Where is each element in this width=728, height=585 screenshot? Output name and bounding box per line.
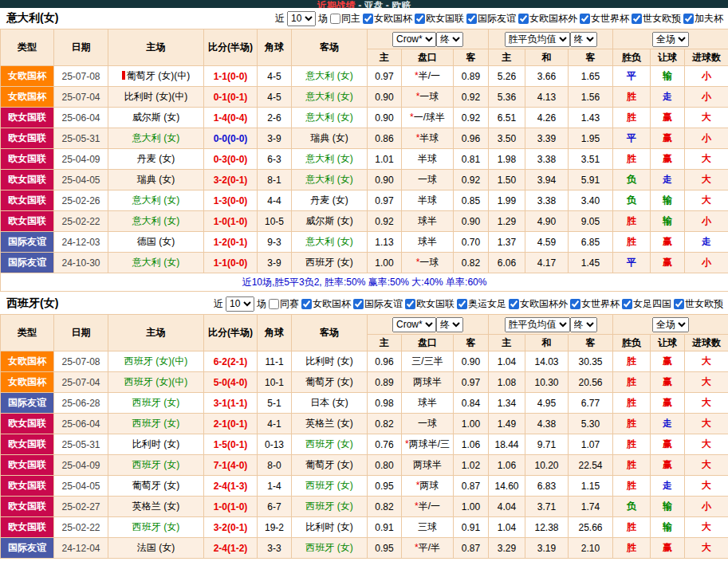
match-row: 女欧国杯25-07-08西班牙 (女)(中)6-2(2-1)11-1比利时 (女… [1, 351, 728, 372]
result-handicap: 输 [651, 497, 685, 517]
handicap: *两球 [402, 476, 454, 497]
competition-filter[interactable]: 世女欧预 [632, 12, 681, 26]
competition-filter-input[interactable] [518, 14, 529, 24]
col-header-type: 类型 [1, 315, 54, 351]
final-odds-select[interactable]: 终 [436, 32, 463, 47]
same-competition-checkbox-input[interactable] [269, 299, 279, 309]
competition-filter-input[interactable] [466, 14, 477, 24]
competition-badge: 欧女国联 [1, 108, 54, 128]
competition-filter-input[interactable] [415, 14, 425, 24]
bookmaker-select[interactable]: Crow* [392, 32, 436, 47]
competition-filter[interactable]: 女足四国 [622, 297, 671, 311]
match-row: 欧女国联25-02-22意大利 (女)1-0(1-0)10-5威尔斯 (女)0.… [1, 211, 728, 232]
avg-home: 1.50 [489, 170, 525, 190]
competition-filter-input[interactable] [509, 299, 519, 309]
odds-away: 0.90 [454, 211, 489, 232]
final-avg-select[interactable]: 终 [570, 32, 597, 47]
avg-away: 1.56 [569, 87, 613, 108]
avg-home: 1.29 [489, 211, 525, 232]
games-label: 场 [318, 12, 328, 26]
odds-away: 0.96 [454, 128, 489, 149]
competition-filter[interactable]: 女欧国杯外 [518, 12, 577, 26]
avg-draw: 3.94 [525, 170, 569, 190]
home-team: 西班牙 (女)(中) [108, 372, 204, 393]
home-team: 西班牙 (女) [108, 455, 204, 476]
competition-filter-input[interactable] [632, 14, 642, 24]
competition-filter[interactable]: 国际友谊 [353, 297, 403, 311]
competition-filter-label: 加夫杯 [695, 12, 723, 26]
match-row: 欧女国联25-04-05葡萄牙 (女)2-4(1-3)1-4西班牙 (女)0.9… [1, 476, 728, 497]
match-row: 欧女国联25-02-22西班牙 (女)3-2(0-1)19-2比利时 (女)0.… [1, 517, 728, 538]
avg-away: 6.85 [569, 232, 613, 253]
handicap: *一球 [402, 253, 454, 273]
competition-filter[interactable]: 欧女国联 [415, 12, 464, 26]
competition-filter-input[interactable] [457, 299, 467, 309]
avg-away: 2.10 [569, 538, 613, 559]
competition-filter[interactable]: 女世界杯 [570, 297, 620, 311]
competition-filter-input[interactable] [580, 14, 590, 24]
competition-filter-input[interactable] [363, 14, 373, 24]
match-date: 25-04-09 [54, 455, 108, 476]
competition-badge: 欧女国联 [1, 128, 54, 149]
competition-filter-input[interactable] [570, 299, 580, 309]
wdl-average-select[interactable]: 胜平负均值 [505, 32, 570, 47]
avg-home: 1.08 [489, 372, 525, 393]
result-wdl: 胜 [613, 476, 651, 497]
same-competition-checkbox[interactable]: 同赛 [269, 297, 299, 311]
fulltime-select[interactable]: 全场 [652, 32, 689, 47]
competition-filter-input[interactable] [301, 299, 312, 309]
competition-filter[interactable]: 女世界杯 [580, 12, 629, 26]
home-team: 西班牙 (女) [108, 517, 204, 538]
avg-draw: 4.38 [525, 414, 569, 434]
games-count-select[interactable]: 10 [287, 11, 316, 26]
away-team: 英格兰 (女) [292, 414, 368, 434]
competition-filter-input[interactable] [683, 14, 694, 24]
sub-col-avg-home: 主 [489, 49, 525, 66]
corners: 8-1 [258, 170, 292, 190]
away-team: 西班牙 (女) [292, 434, 368, 455]
competition-filter-input[interactable] [353, 299, 364, 309]
match-date: 25-07-08 [54, 66, 108, 87]
same-home-checkbox-input[interactable] [330, 14, 340, 24]
competition-filter[interactable]: 女欧国杯 [301, 297, 351, 311]
result-wdl: 胜 [613, 149, 651, 170]
away-team: 意大利 (女) [292, 149, 368, 170]
fulltime-group-header: 全场 [613, 29, 728, 49]
games-count-select[interactable]: 10 [226, 296, 254, 312]
result-handicap: 输 [651, 190, 685, 211]
competition-filter-input[interactable] [405, 299, 415, 309]
wdl-average-select[interactable]: 胜平负均值 [505, 317, 570, 332]
col-header-home: 主场 [108, 315, 204, 351]
final-avg-select[interactable]: 终 [570, 317, 597, 332]
final-odds-select[interactable]: 终 [436, 317, 463, 332]
competition-filter-input[interactable] [622, 299, 632, 309]
score: 1-3(0-0) [204, 190, 258, 211]
competition-filter-input[interactable] [674, 299, 684, 309]
competition-filter[interactable]: 加夫杯 [683, 12, 723, 26]
competition-filter-label: 女欧国杯 [313, 297, 351, 311]
competition-filter[interactable]: 女欧国杯外 [509, 297, 568, 311]
competition-badge: 欧女国联 [1, 434, 54, 455]
sub-col-avg-draw: 和 [525, 335, 569, 351]
odds-away: 0.87 [454, 476, 489, 497]
odds-home: 0.95 [368, 476, 402, 497]
competition-filter[interactable]: 世女欧预 [674, 297, 723, 311]
avg-away: 1.43 [569, 108, 613, 128]
score: 1-0(1-0) [204, 211, 258, 232]
handicap: *半球 [402, 128, 454, 149]
col-header-type: 类型 [1, 29, 54, 66]
fulltime-select[interactable]: 全场 [652, 317, 689, 332]
odds-away: 0.91 [454, 517, 489, 538]
corners: 19-2 [258, 517, 292, 538]
bookmaker-select[interactable]: Crow* [392, 317, 436, 332]
odds-away: 0.84 [454, 393, 489, 414]
col-header-date: 日期 [54, 29, 108, 66]
competition-filter[interactable]: 奥运女足 [457, 297, 506, 311]
same-home-checkbox[interactable]: 同主 [330, 12, 360, 26]
competition-filter[interactable]: 女欧国杯 [363, 12, 412, 26]
competition-filter[interactable]: 欧女国联 [405, 297, 455, 311]
sub-col-handicap: 盘口 [402, 49, 454, 66]
asian-odds-group-header: Crow*终 [368, 29, 489, 49]
competition-filter[interactable]: 国际友谊 [466, 12, 516, 26]
away-team: 意大利 (女) [292, 170, 368, 190]
